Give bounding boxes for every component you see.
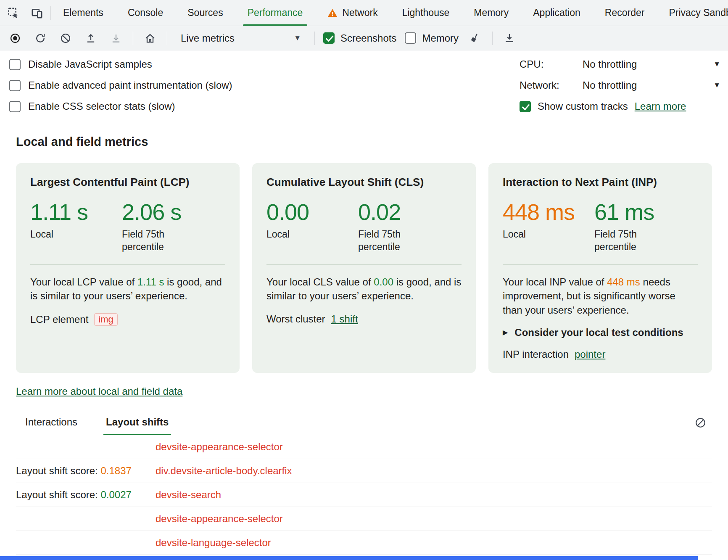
tab-elements[interactable]: Elements [51,0,116,26]
tab-application[interactable]: Application [521,0,593,26]
record-button[interactable] [7,30,24,47]
layout-shift-row: devsite-language-selector [16,531,712,555]
lcp-desc-prefix: Your local LCP value of [30,276,137,288]
tab-console[interactable]: Console [116,0,175,26]
screenshots-label: Screenshots [340,32,396,44]
toolbar-divider [133,32,133,45]
cls-desc-prefix: Your local CLS value of [266,276,374,288]
screenshots-toggle[interactable]: Screenshots [323,32,396,44]
worst-cluster-link[interactable]: 1 shift [331,313,358,325]
inspect-element-button[interactable] [5,5,22,21]
cls-card: Cumulative Layout Shift (CLS) 0.00 Local… [252,163,476,373]
save-profile-button[interactable] [108,30,124,47]
tab-sources[interactable]: Sources [175,0,235,26]
toolbar-divider [492,32,493,45]
align-bottom-button[interactable] [501,30,518,47]
memory-label: Memory [422,32,459,44]
tab-performance[interactable]: Performance [235,0,315,26]
cpu-throttling-select[interactable]: No throttling [583,58,637,70]
shift-score: Layout shift score: 0.0027 [16,489,156,501]
cls-desc-value: 0.00 [374,276,393,288]
learn-more-link[interactable]: Learn more [635,100,686,112]
learn-more-field-data-link[interactable]: Learn more about local and field data [16,386,182,397]
inp-desc-prefix: Your local INP value of [503,276,607,288]
show-custom-tracks-row[interactable]: Show custom tracks Learn more [520,96,720,117]
chevron-down-icon[interactable]: ▼ [713,60,720,69]
panel-mode-select[interactable]: Live metrics ▼ [176,32,306,44]
performance-toolbar: Live metrics ▼ Screenshots Memory [0,26,728,50]
toolbar-divider [314,32,315,45]
worst-cluster-row: Worst cluster 1 shift [266,313,462,325]
inp-field-metric: 61 ms Field 75th percentile [594,199,686,254]
shift-element-link[interactable]: devsite-appearance-selector [156,513,283,525]
inp-interaction-label: INP interaction [503,349,569,360]
lcp-element-row: LCP element img [30,313,225,326]
tab-interactions[interactable]: Interactions [23,416,80,435]
collect-garbage-button[interactable] [467,30,484,47]
tab-memory[interactable]: Memory [462,0,521,26]
cls-field-metric: 0.02 Field 75th percentile [358,199,450,254]
toggle-device-toolbar-button[interactable] [29,5,45,21]
shift-element-link[interactable]: devsite-appearance-selector [156,441,283,453]
disable-js-samples-row[interactable]: Disable JavaScript samples [9,54,232,75]
card-divider [266,264,462,265]
shift-score: Layout shift score: 0.1837 [16,465,156,477]
block-icon [694,417,707,429]
advanced-paint-row[interactable]: Enable advanced paint instrumentation (s… [9,75,232,96]
shift-element-link[interactable]: devsite-search [156,489,221,501]
advanced-paint-label: Enable advanced paint instrumentation (s… [28,79,232,91]
card-divider [503,264,698,265]
device-toolbar-icon [31,7,43,19]
tab-network[interactable]: Network [315,0,390,26]
memory-checkbox[interactable] [405,32,416,44]
lcp-values: 1.11 s Local 2.06 s Field 75th percentil… [30,199,225,254]
tab-privacy-sandbox[interactable]: Privacy Sandbox [657,0,728,26]
tab-layout-shifts[interactable]: Layout shifts [103,416,171,435]
memory-toggle[interactable]: Memory [405,32,459,44]
lcp-element-node-link[interactable]: img [94,313,117,326]
chevron-down-icon: ▼ [294,34,301,42]
throttling-settings: CPU: No throttling ▼ Network: No throttl… [520,54,720,117]
css-selector-stats-checkbox[interactable] [9,101,21,112]
inp-local-metric: 448 ms Local [503,199,594,254]
expand-arrow-icon: ▶ [503,328,508,336]
tabbar-left-controls [0,0,50,26]
log-tabbar: Interactions Layout shifts [16,416,712,435]
lcp-local-metric: 1.11 s Local [30,199,122,254]
live-metrics-home-button[interactable] [142,30,158,47]
inspect-icon [7,7,20,19]
shift-element-link[interactable]: div.devsite-article-body.clearfix [156,465,292,477]
tab-recorder[interactable]: Recorder [593,0,657,26]
broom-icon [470,32,481,44]
lcp-desc-value: 1.11 s [137,276,164,288]
lcp-element-label: LCP element [30,314,88,325]
shift-element-link[interactable]: devsite-language-selector [156,537,271,549]
tab-lighthouse[interactable]: Lighthouse [390,0,462,26]
devtools-tabbar: Elements Console Sources Performance Net… [0,0,728,26]
network-throttling-select[interactable]: No throttling [583,79,637,91]
chevron-down-icon[interactable]: ▼ [713,81,720,90]
show-custom-tracks-checkbox[interactable] [520,101,531,112]
clear-log-button[interactable] [692,415,709,431]
upload-icon [85,32,97,44]
cpu-label: CPU: [520,58,573,70]
layout-shift-row: Layout shift score: 0.0027 devsite-searc… [16,483,712,507]
css-selector-stats-label: Enable CSS selector stats (slow) [28,100,175,112]
lcp-field-metric: 2.06 s Field 75th percentile [122,199,214,254]
home-icon [144,32,156,44]
cls-local-label: Local [266,228,330,241]
load-profile-button[interactable] [82,30,99,47]
inp-local-value: 448 ms [503,199,594,225]
record-and-reload-button[interactable] [32,30,49,47]
disable-js-samples-checkbox[interactable] [9,59,21,70]
lcp-field-value: 2.06 s [122,199,214,225]
cls-local-metric: 0.00 Local [266,199,358,254]
local-test-conditions-expander[interactable]: ▶ Consider your local test conditions [503,327,698,338]
inp-interaction-link[interactable]: pointer [575,349,605,360]
css-selector-stats-row[interactable]: Enable CSS selector stats (slow) [9,96,232,117]
bottom-blue-bar [0,556,698,560]
screenshots-checkbox[interactable] [323,32,335,44]
show-custom-tracks-label: Show custom tracks [538,100,628,112]
advanced-paint-checkbox[interactable] [9,80,21,91]
clear-button[interactable] [57,30,74,47]
